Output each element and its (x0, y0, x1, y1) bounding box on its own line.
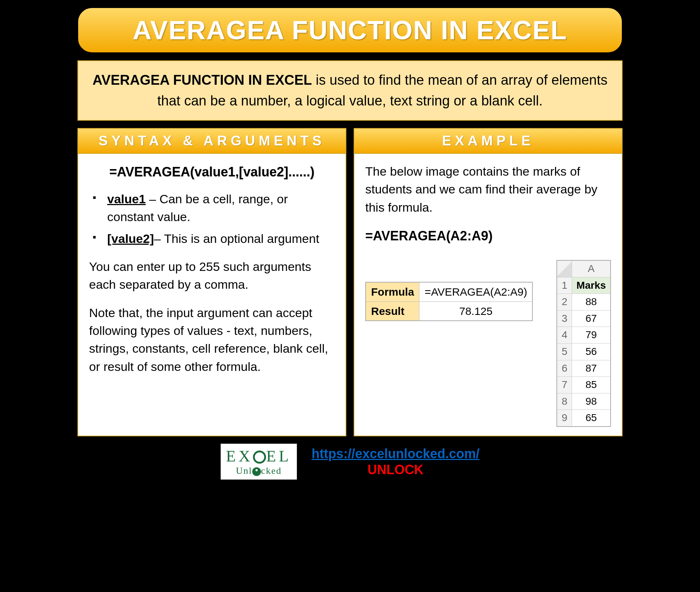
logo-text: EL (266, 447, 291, 465)
sheet-cell: 79 (572, 327, 611, 344)
example-column: EXAMPLE The below image contains the mar… (354, 128, 623, 436)
syntax-column: SYNTAX & ARGUMENTS =AVERAGEA(value1,[val… (77, 128, 346, 436)
sheet-row-num: 7 (557, 377, 572, 393)
sheet-cell: 88 (572, 294, 611, 311)
argument-desc: – This is an optional argument (154, 232, 319, 245)
excel-unlocked-logo: EXEL Unlcked (221, 444, 297, 480)
ring-icon (253, 451, 266, 464)
sheet-row-num: 1 (557, 277, 572, 294)
columns: SYNTAX & ARGUMENTS =AVERAGEA(value1,[val… (77, 128, 623, 436)
unlock-text: UNLOCK (311, 462, 479, 477)
sheet-col-header: A (572, 260, 611, 277)
argument-item: [value2]– This is an optional argument (93, 230, 335, 248)
syntax-header: SYNTAX & ARGUMENTS (78, 129, 346, 154)
result-result-value: 78.125 (419, 301, 533, 321)
description-box: AVERAGEA FUNCTION IN EXCEL is used to fi… (77, 60, 623, 121)
logo-text: cked (261, 465, 282, 476)
logo-bottom: Unlcked (226, 465, 291, 476)
sheet-cell: 85 (572, 377, 611, 393)
example-tables: Formula =AVERAGEA(A2:A9) Result 78.125 (365, 260, 611, 427)
sheet-row-num: 6 (557, 360, 572, 377)
page-title: AVERAGEA FUNCTION IN EXCEL (93, 15, 607, 45)
data-sheet: A 1Marks 288 367 479 556 687 785 898 965 (556, 260, 611, 427)
logo-top: EXEL (226, 447, 291, 465)
result-result-label: Result (366, 301, 419, 321)
sheet-cell: 67 (572, 310, 611, 327)
sheet-cell: 98 (572, 393, 611, 410)
result-formula-value: =AVERAGEA(A2:A9) (419, 282, 533, 301)
example-intro: The below image contains the marks of st… (365, 163, 611, 216)
sheet-row-num: 8 (557, 393, 572, 410)
website-link[interactable]: https://excelunlocked.com/ (311, 446, 479, 461)
syntax-para-1: You can enter up to 255 such arguments e… (89, 258, 335, 294)
sheet-row-num: 4 (557, 327, 572, 344)
description-lead: AVERAGEA FUNCTION IN EXCEL (92, 72, 312, 88)
sheet-row-num: 2 (557, 294, 572, 311)
result-table: Formula =AVERAGEA(A2:A9) Result 78.125 (365, 282, 533, 321)
logo-text: Unl (236, 465, 252, 476)
argument-list: value1 – Can be a cell, range, or consta… (93, 190, 335, 248)
sheet-cell: 87 (572, 360, 611, 377)
sheet-data-header: Marks (572, 277, 611, 294)
sheet-row-num: 3 (557, 310, 572, 327)
example-header: EXAMPLE (354, 129, 622, 154)
logo-text: EX (226, 447, 253, 465)
argument-item: value1 – Can be a cell, range, or consta… (93, 190, 335, 226)
sheet-corner (557, 260, 572, 277)
result-table-wrap: Formula =AVERAGEA(A2:A9) Result 78.125 (365, 282, 549, 321)
argument-name: value1 (107, 192, 146, 206)
result-formula-label: Formula (366, 282, 419, 301)
sheet-cell: 65 (572, 410, 611, 427)
sheet-row-num: 5 (557, 344, 572, 360)
sheet-row-num: 9 (557, 410, 572, 427)
sheet-cell: 56 (572, 344, 611, 360)
syntax-body: =AVERAGEA(value1,[value2]......) value1 … (78, 154, 346, 436)
title-bar: AVERAGEA FUNCTION IN EXCEL (77, 7, 623, 53)
example-body: The below image contains the marks of st… (354, 154, 622, 436)
infographic-page: AVERAGEA FUNCTION IN EXCEL AVERAGEA FUNC… (77, 7, 623, 480)
keyhole-icon (252, 467, 261, 476)
syntax-para-2: Note that, the input argument can accept… (89, 304, 335, 376)
argument-name: [value2] (107, 232, 154, 245)
footer-links: https://excelunlocked.com/ UNLOCK (311, 446, 479, 477)
syntax-formula: =AVERAGEA(value1,[value2]......) (89, 163, 335, 181)
example-formula: =AVERAGEA(A2:A9) (365, 227, 611, 245)
footer: EXEL Unlcked https://excelunlocked.com/ … (77, 444, 623, 480)
